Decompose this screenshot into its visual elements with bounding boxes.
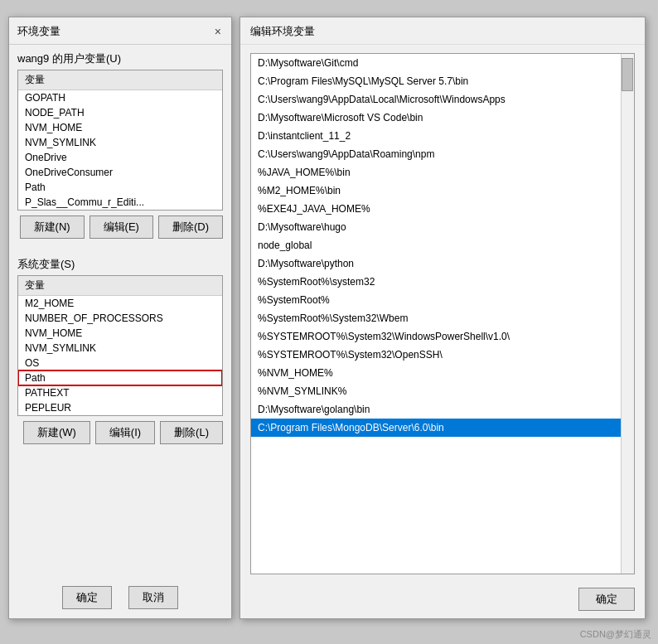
user-delete-btn[interactable]: 删除(D) — [158, 215, 223, 239]
sys-vars-listbox[interactable]: 变量 M2_HOMENUMBER_OF_PROCESSORSNVM_HOMENV… — [17, 275, 223, 416]
edit-path-item[interactable]: C:\Program Files\MySQL\MySQL Server 5.7\… — [251, 72, 621, 90]
user-vars-header: 变量 — [18, 70, 222, 90]
sys-vars-label: 系统变量(S) — [9, 250, 231, 275]
sys-var-row[interactable]: OS — [18, 356, 222, 370]
user-var-name: NODE_PATH — [18, 105, 222, 120]
sys-delete-btn[interactable]: 删除(L) — [160, 421, 223, 444]
sys-var-name: PATHEXT — [18, 385, 222, 400]
edit-path-item[interactable]: C:\Users\wang9\AppData\Roaming\npm — [251, 145, 621, 163]
edit-scrollbar-thumb[interactable] — [622, 58, 633, 91]
edit-path-item[interactable]: node_global — [251, 236, 621, 254]
user-edit-btn[interactable]: 编辑(E) — [90, 215, 153, 239]
sys-var-name: Path — [18, 370, 222, 385]
edit-path-item[interactable]: D:\Mysoftware\python — [251, 254, 621, 273]
edit-path-item[interactable]: D:\Mysoftware\golang\bin — [251, 400, 621, 419]
user-var-row[interactable]: P_Slas__Commu_r_Editi... — [18, 195, 222, 210]
edit-path-item[interactable]: %NVM_HOME% — [251, 364, 621, 382]
edit-path-item[interactable]: %EXE4J_JAVA_HOME% — [251, 200, 621, 218]
user-var-row[interactable]: OneDriveConsumer — [18, 165, 222, 180]
sys-edit-btns: 新建(W) 编辑(I) 删除(L) — [9, 416, 231, 449]
user-vars-table: 变量 GOPATHNODE_PATHNVM_HOMENVM_SYMLINKOne… — [18, 70, 222, 210]
sys-vars-header: 变量 — [18, 276, 222, 296]
user-var-row[interactable]: OneDrive — [18, 150, 222, 165]
edit-path-item[interactable]: D:\Mysoftware\hugo — [251, 218, 621, 236]
sys-vars-table: 变量 M2_HOMENUMBER_OF_PROCESSORSNVM_HOMENV… — [18, 276, 222, 415]
edit-path-item[interactable]: %SystemRoot%\system32 — [251, 273, 621, 291]
env-dialog-content: wang9 的用户变量(U) 变量 GOPATHNODE_PATHNVM_HOM… — [9, 45, 231, 616]
edit-dialog: 编辑环境变量 D:\Mysoftware\Git\cmdC:\Program F… — [239, 17, 646, 619]
edit-dialog-title: 编辑环境变量 — [250, 25, 315, 37]
user-var-name: OneDrive — [18, 150, 222, 165]
env-cancel-btn[interactable]: 取消 — [128, 586, 178, 609]
user-vars-label: wang9 的用户变量(U) — [9, 45, 231, 70]
edit-path-item[interactable]: %JAVA_HOME%\bin — [251, 163, 621, 182]
edit-path-item[interactable]: D:\Mysoftware\Microsoft VS Code\bin — [251, 109, 621, 127]
user-var-name: OneDriveConsumer — [18, 165, 222, 180]
user-var-name: GOPATH — [18, 90, 222, 106]
user-var-row[interactable]: NVM_SYMLINK — [18, 135, 222, 150]
user-var-name: NVM_HOME — [18, 120, 222, 135]
sys-var-row[interactable]: PATHEXT — [18, 385, 222, 400]
edit-scrollbar-track[interactable] — [621, 54, 634, 574]
user-new-btn[interactable]: 新建(N) — [20, 215, 85, 239]
sys-var-row[interactable]: Path — [18, 370, 222, 385]
env-dialog: 环境变量 × wang9 的用户变量(U) 变量 GOPATHNODE_PATH… — [8, 17, 232, 619]
edit-path-item[interactable]: %SYSTEMROOT%\System32\WindowsPowerShell\… — [251, 327, 621, 346]
watermark: CSDN@梦幻通灵 — [580, 628, 651, 641]
user-var-row[interactable]: Path — [18, 180, 222, 195]
sys-var-row[interactable]: NVM_HOME — [18, 326, 222, 341]
sys-edit-btn[interactable]: 编辑(I) — [95, 421, 155, 444]
sys-var-name: OS — [18, 356, 222, 370]
env-dialog-title: 环境变量 — [17, 24, 60, 39]
user-var-name: P_Slas__Commu_r_Editi... — [18, 195, 222, 210]
edit-path-item[interactable]: C:\Program Files\MongoDB\Server\6.0\bin — [251, 419, 621, 437]
user-var-name: NVM_SYMLINK — [18, 135, 222, 150]
edit-dialog-bottom: 确定 — [240, 583, 645, 617]
edit-path-item[interactable]: %SystemRoot%\System32\Wbem — [251, 309, 621, 327]
edit-path-item[interactable]: %NVM_SYMLINK% — [251, 382, 621, 400]
sys-var-row[interactable]: M2_HOME — [18, 296, 222, 312]
sys-var-name: M2_HOME — [18, 296, 222, 312]
sys-var-name: NUMBER_OF_PROCESSORS — [18, 311, 222, 326]
user-var-row[interactable]: NVM_HOME — [18, 120, 222, 135]
user-var-row[interactable]: NODE_PATH — [18, 105, 222, 120]
sys-new-btn[interactable]: 新建(W) — [23, 421, 90, 444]
edit-paths-list[interactable]: D:\Mysoftware\Git\cmdC:\Program Files\My… — [251, 54, 634, 574]
edit-path-item[interactable]: D:\instantclient_11_2 — [251, 127, 621, 145]
edit-path-item[interactable]: D:\Mysoftware\Git\cmd — [251, 54, 621, 72]
edit-list-container: D:\Mysoftware\Git\cmdC:\Program Files\My… — [250, 53, 635, 574]
env-dialog-bottom-btns: 确定 取消 — [9, 579, 231, 616]
edit-dialog-titlebar: 编辑环境变量 — [240, 17, 645, 45]
sys-var-name: PEPLEUR — [18, 400, 222, 415]
env-dialog-titlebar: 环境变量 × — [9, 17, 231, 45]
edit-confirm-btn[interactable]: 确定 — [578, 588, 635, 611]
sys-var-row[interactable]: NVM_SYMLINK — [18, 341, 222, 356]
edit-path-item[interactable]: %SystemRoot% — [251, 291, 621, 309]
sys-var-name: NVM_SYMLINK — [18, 341, 222, 356]
user-vars-listbox[interactable]: 变量 GOPATHNODE_PATHNVM_HOMENVM_SYMLINKOne… — [17, 70, 223, 211]
env-dialog-close[interactable]: × — [213, 25, 223, 38]
edit-path-item[interactable]: %SYSTEMROOT%\System32\OpenSSH\ — [251, 346, 621, 364]
user-var-name: Path — [18, 180, 222, 195]
user-edit-btns: 新建(N) 编辑(E) 删除(D) — [9, 211, 231, 244]
sys-var-name: NVM_HOME — [18, 326, 222, 341]
sys-var-row[interactable]: NUMBER_OF_PROCESSORS — [18, 311, 222, 326]
edit-path-item[interactable]: %M2_HOME%\bin — [251, 182, 621, 200]
sys-var-row[interactable]: PEPLEUR — [18, 400, 222, 415]
edit-path-item[interactable]: C:\Users\wang9\AppData\Local\Microsoft\W… — [251, 90, 621, 109]
env-ok-btn[interactable]: 确定 — [62, 586, 112, 609]
user-var-row[interactable]: GOPATH — [18, 90, 222, 106]
